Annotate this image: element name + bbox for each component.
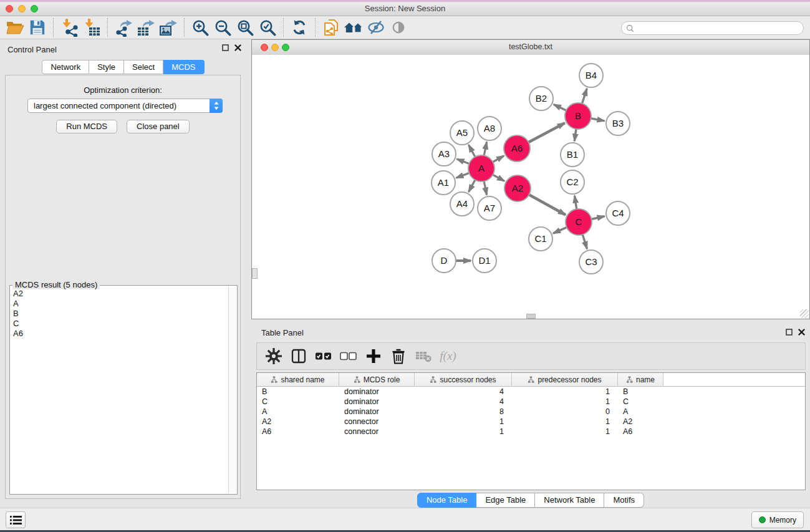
graph-node-B4[interactable]: B4 [579, 64, 603, 87]
table-cell[interactable]: connector [339, 427, 415, 437]
table-row[interactable]: A2connector11A2 [257, 417, 805, 427]
select-all-icon[interactable] [312, 344, 335, 368]
table-cell[interactable]: 1 [512, 417, 618, 427]
float-panel-icon[interactable] [786, 329, 793, 336]
table-cell[interactable]: 1 [415, 427, 512, 437]
graph-node-B1[interactable]: B1 [561, 143, 584, 167]
table-cell[interactable]: A6 [257, 427, 339, 437]
table-cell[interactable]: A [618, 407, 663, 417]
result-item[interactable]: C [13, 319, 228, 329]
graph-node-C2[interactable]: C2 [561, 170, 584, 194]
table-cell[interactable]: 1 [415, 417, 512, 427]
deselect-all-icon[interactable] [337, 344, 360, 368]
delete-column-icon[interactable] [387, 344, 410, 368]
search-field[interactable] [621, 21, 804, 35]
table-cell[interactable]: 1 [512, 387, 618, 397]
graph-node-A5[interactable]: A5 [450, 121, 474, 145]
export-network-icon[interactable] [112, 17, 135, 37]
export-image-icon[interactable] [157, 17, 180, 37]
graph-node-C1[interactable]: C1 [529, 227, 552, 251]
graph-node-A6[interactable]: A6 [504, 135, 530, 162]
open-session-icon[interactable] [4, 17, 26, 37]
table-cell[interactable]: C [257, 397, 339, 407]
apply-layout-icon[interactable] [288, 17, 311, 37]
graph-node-A1[interactable]: A1 [432, 171, 455, 195]
hide-details-icon[interactable] [365, 17, 387, 37]
settings-icon[interactable] [262, 344, 285, 368]
search-input[interactable] [637, 23, 803, 33]
table-cell[interactable]: 1 [512, 427, 618, 437]
run-mcds-button[interactable]: Run MCDS [56, 120, 117, 133]
resize-grip[interactable] [800, 309, 809, 318]
close-panel-button[interactable]: Close panel [127, 120, 190, 133]
graph-node-B2[interactable]: B2 [529, 87, 553, 110]
add-column-icon[interactable] [362, 344, 385, 368]
table-cell[interactable]: 4 [415, 397, 512, 407]
table-cell[interactable]: A [257, 407, 339, 417]
tab-network-table[interactable]: Network Table [535, 493, 604, 508]
graph-node-B3[interactable]: B3 [606, 112, 630, 135]
graph-node-A8[interactable]: A8 [478, 117, 501, 140]
table-row[interactable]: Bdominator41B [257, 387, 805, 397]
network-canvas[interactable]: B4B2BB3A5A8A6B1A3AA1C2A2A4A7C4CC1C3DD1 [252, 55, 809, 319]
table-cell[interactable]: 0 [512, 407, 618, 417]
column-header-predecessor-nodes[interactable]: predecessor nodes [512, 373, 618, 387]
zoom-out-icon[interactable] [211, 17, 234, 37]
table-row[interactable]: Cdominator41C [257, 397, 805, 407]
table-cell[interactable]: dominator [339, 387, 415, 397]
table-cell[interactable]: A2 [257, 417, 339, 427]
tab-mcds[interactable]: MCDS [163, 60, 204, 74]
graph-node-C4[interactable]: C4 [606, 201, 630, 225]
tab-network[interactable]: Network [42, 60, 89, 74]
optimization-criterion-select[interactable]: largest connected component (directed) [27, 99, 223, 113]
home-icon[interactable] [342, 17, 365, 37]
close-panel-icon[interactable] [798, 329, 805, 336]
graph-node-B[interactable]: B [565, 103, 591, 129]
horizontal-scrollbar-stub[interactable] [526, 314, 536, 319]
table-row[interactable]: A6connector11A6 [257, 427, 805, 437]
graph-node-D1[interactable]: D1 [473, 249, 496, 273]
table-cell[interactable]: dominator [339, 407, 415, 417]
result-item[interactable]: B [13, 309, 228, 319]
graph-node-C3[interactable]: C3 [579, 250, 603, 274]
table-row[interactable]: Adominator80A [257, 407, 805, 417]
table-cell[interactable]: C [618, 397, 663, 407]
graph-node-A2[interactable]: A2 [504, 175, 531, 201]
tab-select[interactable]: Select [124, 60, 163, 74]
table-cell[interactable]: 4 [415, 387, 512, 397]
table-cell[interactable]: 1 [512, 397, 618, 407]
close-panel-icon[interactable] [234, 44, 241, 51]
table-cell[interactable]: A6 [618, 427, 663, 437]
result-item[interactable]: A6 [13, 329, 228, 339]
import-network-icon[interactable] [58, 17, 80, 37]
graph-node-A4[interactable]: A4 [450, 192, 474, 216]
table-cell[interactable]: A2 [618, 417, 663, 427]
graph-node-A3[interactable]: A3 [432, 142, 456, 166]
graph-node-A7[interactable]: A7 [478, 196, 501, 220]
column-header-shared-name[interactable]: shared name [257, 373, 339, 387]
table-cell[interactable]: connector [339, 417, 415, 427]
table-cell[interactable]: dominator [339, 397, 415, 407]
task-history-button[interactable] [6, 511, 26, 528]
zoom-fit-icon[interactable] [234, 17, 256, 37]
result-scrollbar[interactable] [228, 287, 237, 493]
result-item[interactable]: A2 [13, 289, 228, 299]
network-graph[interactable]: B4B2BB3A5A8A6B1A3AA1C2A2A4A7C4CC1C3DD1 [252, 55, 809, 319]
table-cell[interactable]: B [257, 387, 339, 397]
import-table-icon[interactable] [80, 17, 103, 37]
vertical-scrollbar-stub[interactable] [252, 268, 258, 279]
export-table-icon[interactable] [135, 17, 157, 37]
graph-node-C[interactable]: C [566, 209, 592, 235]
tab-motifs[interactable]: Motifs [604, 493, 644, 508]
graph-node-D[interactable]: D [432, 249, 456, 273]
duplicate-network-icon[interactable] [320, 17, 342, 37]
zoom-selected-icon[interactable] [256, 17, 279, 37]
result-item[interactable]: A [13, 299, 228, 309]
tab-edge-table[interactable]: Edge Table [476, 493, 535, 508]
float-panel-icon[interactable] [222, 44, 229, 51]
column-header-successor-nodes[interactable]: successor nodes [415, 373, 512, 387]
split-view-icon[interactable] [287, 344, 310, 368]
table-cell[interactable]: 8 [415, 407, 512, 417]
save-session-icon[interactable] [26, 17, 49, 37]
table-cell[interactable]: B [618, 387, 663, 397]
